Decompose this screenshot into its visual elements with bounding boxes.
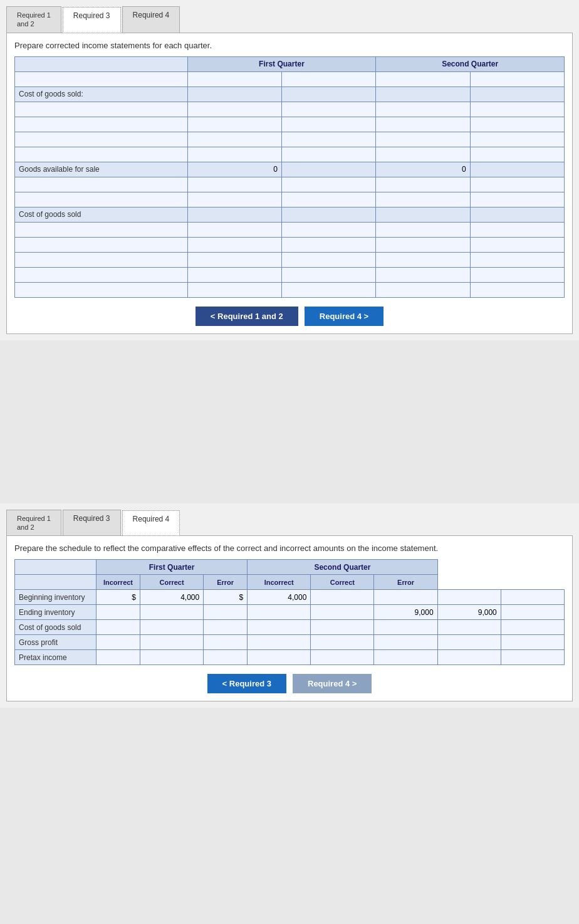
- beg-inv-q1-correct: 4,000: [248, 590, 311, 605]
- table-row: [15, 102, 565, 117]
- beg-inv-q1-sign: $: [132, 593, 136, 602]
- tab2-required-1-2[interactable]: Required 1 and 2: [6, 510, 61, 536]
- beginning-inventory-label: Beginning inventory: [15, 590, 96, 605]
- content-section1: Prepare corrected income statements for …: [6, 33, 573, 334]
- nav-buttons-2: < Required 3 Required 4 >: [14, 674, 565, 693]
- table-row: [15, 71, 565, 87]
- tabs-section2: Required 1 and 2 Required 3 Required 4: [6, 510, 573, 537]
- section-1: Required 1 and 2 Required 3 Required 4 P…: [0, 0, 579, 340]
- btn2-required-4[interactable]: Required 4 >: [293, 674, 372, 693]
- end-inv-q1-error: [311, 605, 374, 620]
- instruction-1: Prepare corrected income statements for …: [14, 41, 565, 50]
- end-inv-q1-correct-sign: [204, 605, 248, 620]
- content-section2: Prepare the schedule to reflect the comp…: [6, 536, 573, 701]
- header-second-quarter: Second Quarter: [376, 56, 565, 71]
- goods-available-q2: 0: [376, 162, 470, 177]
- sub-header-q1-error: Error: [204, 575, 248, 590]
- table-row: [15, 177, 565, 192]
- table-row: [15, 222, 565, 237]
- goods-available-label: Goods available for sale: [15, 162, 188, 177]
- comp-header-fq: First Quarter: [96, 560, 248, 575]
- cogs-label: Cost of goods sold:: [15, 87, 188, 102]
- spacer2: [0, 378, 579, 453]
- beg-inv-q2-error: [501, 590, 564, 605]
- row-pretax-income: Pretax income: [15, 650, 565, 665]
- table-row: [15, 237, 565, 252]
- beg-inv-q2-incorrect: [374, 590, 437, 605]
- spacer3: [0, 453, 579, 503]
- nav-buttons-1: < Required 1 and 2 Required 4 >: [14, 307, 565, 326]
- table-row: [15, 192, 565, 207]
- table-row: Cost of goods sold:: [15, 87, 565, 102]
- comparative-table: First Quarter Second Quarter Incorrect C…: [14, 559, 565, 665]
- beg-inv-q1-incorrect: 4,000: [140, 590, 204, 605]
- row-beginning-inventory: Beginning inventory $ 4,000 $ 4,000: [15, 590, 565, 605]
- ending-inventory-label: Ending inventory: [15, 605, 96, 620]
- tab-required-1-2[interactable]: Required 1 and 2: [6, 6, 61, 33]
- row-gross-profit: Gross profit: [15, 635, 565, 650]
- end-inv-q1-sign: [96, 605, 140, 620]
- sub-header-q1-incorrect: Incorrect: [96, 575, 140, 590]
- sub-header-q2-incorrect: Incorrect: [248, 575, 311, 590]
- end-inv-q2-error: [501, 605, 564, 620]
- table-row: [15, 132, 565, 147]
- end-inv-q2-correct: 9,000: [437, 605, 501, 620]
- row-cogs: Cost of goods sold: [15, 620, 565, 635]
- end-inv-q2-incorrect: 9,000: [374, 605, 437, 620]
- beg-inv-q1-error: [311, 590, 374, 605]
- tabs-section1: Required 1 and 2 Required 3 Required 4: [6, 6, 573, 33]
- end-inv-q1-correct: [248, 605, 311, 620]
- header-first-quarter: First Quarter: [187, 56, 376, 71]
- table-row: [15, 117, 565, 132]
- spacer: [0, 353, 579, 378]
- goods-available-q1: 0: [187, 162, 281, 177]
- sub-header-q2-correct: Correct: [311, 575, 374, 590]
- tab-required-4[interactable]: Required 4: [122, 6, 180, 33]
- income-statement-table: First Quarter Second Quarter Cost of goo…: [14, 56, 565, 298]
- table-row: [15, 267, 565, 282]
- sub-header-q2-error: Error: [374, 575, 437, 590]
- section-2: Required 1 and 2 Required 3 Required 4 P…: [0, 503, 579, 708]
- table-row: [15, 147, 565, 162]
- tab2-required-3[interactable]: Required 3: [63, 510, 121, 536]
- pretax-income-label: Pretax income: [15, 650, 96, 665]
- comp-header-sq: Second Quarter: [248, 560, 437, 575]
- btn-required-1-2[interactable]: < Required 1 and 2: [196, 307, 298, 326]
- tab2-required-4[interactable]: Required 4: [122, 510, 180, 537]
- table-row: [15, 282, 565, 297]
- tab-required-3[interactable]: Required 3: [63, 7, 121, 33]
- table-row: [15, 252, 565, 267]
- gross-profit-label: Gross profit: [15, 635, 96, 650]
- beg-inv-q2-correct: [437, 590, 501, 605]
- beg-inv-q1-correct-sign: $: [239, 593, 243, 602]
- btn-required-4[interactable]: Required 4 >: [305, 307, 383, 326]
- cogs-row-label: Cost of goods sold: [15, 620, 96, 635]
- instruction-2: Prepare the schedule to reflect the comp…: [14, 543, 565, 553]
- end-inv-q1-incorrect: [140, 605, 204, 620]
- btn2-required-3[interactable]: < Required 3: [207, 674, 286, 693]
- row-ending-inventory: Ending inventory 9,000 9,000: [15, 605, 565, 620]
- table-row-cogs: Cost of goods sold: [15, 207, 565, 222]
- table-row-goods-available: Goods available for sale 0 0: [15, 162, 565, 177]
- cogs-sub-label: Cost of goods sold: [15, 207, 188, 222]
- sub-header-q1-correct: Correct: [140, 575, 204, 590]
